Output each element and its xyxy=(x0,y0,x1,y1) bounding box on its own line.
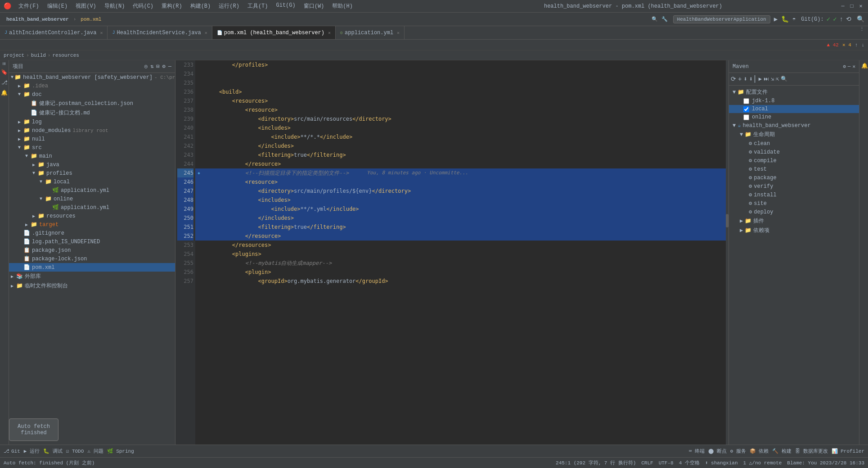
bookmarks-icon[interactable]: 🔖 xyxy=(1,69,8,76)
branch-name[interactable]: ⬆ shangxian xyxy=(705,460,738,466)
project-name-label[interactable]: health_band_webserver xyxy=(4,16,72,23)
tab-pom-xml[interactable]: 📄 pom.xml (health_band_webserver) ✕ xyxy=(212,26,336,39)
warning-count[interactable]: ✕ 4 xyxy=(842,42,851,48)
tree-src[interactable]: ▼ 📁 src xyxy=(9,143,175,152)
run-tool-btn[interactable]: ▶ 运行 xyxy=(24,448,40,454)
maven-expand-btn[interactable]: ⇲ xyxy=(771,76,774,82)
menu-run[interactable]: 运行(R) xyxy=(215,1,243,11)
maven-search-btn[interactable]: 🔍 xyxy=(781,76,787,82)
maven-minimize-btn[interactable]: ─ xyxy=(848,64,851,69)
menu-nav[interactable]: 导航(N) xyxy=(101,1,129,11)
build-btn[interactable]: 🔨 检建 xyxy=(772,448,792,454)
tree-logpath[interactable]: ▶ 📄 log.path_IS_UNDEFINED xyxy=(9,237,175,246)
notifications-right-icon[interactable]: 🔔 xyxy=(861,62,867,69)
maven-run-btn[interactable]: ▶ xyxy=(759,76,762,82)
tab-close-1[interactable]: ✕ xyxy=(205,30,207,36)
maven-local[interactable]: local xyxy=(729,105,859,113)
tree-online-folder[interactable]: ▼ 📁 online xyxy=(9,195,175,203)
tree-main[interactable]: ▼ 📁 main xyxy=(9,152,175,160)
maven-project[interactable]: ▼ ☕ health_band_webserver xyxy=(729,121,859,130)
sidebar-settings-button[interactable]: ⚙ xyxy=(162,63,166,70)
tree-local-folder[interactable]: ▼ 📁 local xyxy=(9,177,175,186)
maven-deploy[interactable]: ⚙ deploy xyxy=(729,208,859,216)
file-name-label[interactable]: pom.xml xyxy=(78,16,104,23)
maven-compile[interactable]: ⚙ compile xyxy=(729,156,859,165)
tree-package-json[interactable]: ▶ 📋 package.json xyxy=(9,246,175,254)
tree-node-modules[interactable]: ▶ 📁 node_modules library root xyxy=(9,126,175,135)
run-config-selector[interactable]: HealthBandWebserverApplication xyxy=(673,15,770,23)
sidebar-expand-button[interactable]: ⇅ xyxy=(150,63,153,70)
maven-download-sources-btn[interactable]: ⬇⎪ xyxy=(749,75,757,83)
menu-file[interactable]: 文件(F) xyxy=(15,1,43,11)
debug-tool-btn[interactable]: 🐛 调试 xyxy=(43,448,63,454)
tree-target[interactable]: ▶ 📁 target xyxy=(9,220,175,229)
vertical-scrollbar[interactable] xyxy=(726,60,729,445)
debug-button[interactable]: 🐛 xyxy=(781,15,789,23)
maven-collapse-btn[interactable]: ⇱ xyxy=(776,76,779,82)
maven-site[interactable]: ⚙ site xyxy=(729,199,859,208)
breadcrumb-build[interactable]: build xyxy=(31,53,46,58)
tree-resources[interactable]: ▶ 📁 resources xyxy=(9,212,175,220)
tree-api-doc-md[interactable]: ▶ 📄 健康记-接口文档.md xyxy=(9,108,175,118)
tree-package-lock-json[interactable]: ▶ 📋 package-lock.json xyxy=(9,254,175,263)
git-label[interactable]: Git(G): xyxy=(801,16,823,23)
search-icon[interactable]: 🔍 xyxy=(857,15,864,23)
code-editor[interactable]: 233 234 235 236 237 238 239 240 241 242 … xyxy=(175,60,729,445)
tree-profiles[interactable]: ▼ 📁 profiles xyxy=(9,169,175,177)
menu-window[interactable]: 窗口(W) xyxy=(300,1,328,11)
maven-download-btn[interactable]: ⬇ xyxy=(743,75,747,83)
tree-null[interactable]: ▶ 📁 null xyxy=(9,135,175,143)
menu-help[interactable]: 帮助(H) xyxy=(328,1,356,11)
tree-online-app-yml[interactable]: ▶ 🌿 application.yml xyxy=(9,203,175,212)
maven-settings-btn[interactable]: ⚙ xyxy=(843,64,846,69)
services-btn[interactable]: ⚙ 服务 xyxy=(730,448,746,454)
tree-gitignore[interactable]: ▶ 📄 .gitignore xyxy=(9,229,175,237)
maven-lifecycle[interactable]: ▼ 📁 生命周期 xyxy=(729,130,859,139)
terminal-btn[interactable]: ⌨ 终端 xyxy=(689,448,705,454)
breakpoints-btn[interactable]: ⬤ 断点 xyxy=(708,448,727,454)
tree-ext-libs[interactable]: ▶ 📚 外部库 xyxy=(9,272,175,281)
menu-tools[interactable]: 工具(T) xyxy=(244,1,272,11)
line-ending[interactable]: CRLF xyxy=(641,460,653,466)
maven-close-btn[interactable]: ✕ xyxy=(852,64,855,69)
tree-idea[interactable]: ▶ 📁 .idea xyxy=(9,82,175,90)
maximize-button[interactable]: □ xyxy=(848,3,855,10)
maven-local-checkbox[interactable] xyxy=(743,106,749,112)
maven-skip-btn[interactable]: ⏭ xyxy=(764,76,769,82)
sidebar-collapse-button[interactable]: ⊟ xyxy=(156,63,159,70)
structure-icon[interactable]: ≡ xyxy=(1,62,8,65)
maven-online-checkbox[interactable] xyxy=(743,114,749,120)
maven-plugins-folder[interactable]: ▶ 📁 插件 xyxy=(729,216,859,226)
menu-code[interactable]: 代码(C) xyxy=(129,1,157,11)
maven-online[interactable]: online xyxy=(729,113,859,121)
error-count[interactable]: ▲ 42 xyxy=(827,42,839,48)
maven-jdk[interactable]: jdk-1.8 xyxy=(729,97,859,105)
maven-add-btn[interactable]: + xyxy=(738,76,742,83)
tab-close-2[interactable]: ✕ xyxy=(328,30,331,36)
tree-root[interactable]: ▼ 📁 health_band_webserver [safety_webser… xyxy=(9,73,175,82)
todo-tool-btn[interactable]: ☑ TODO xyxy=(66,448,84,454)
maven-config-files[interactable]: ▼ 📁 配置文件 xyxy=(729,87,859,97)
git-tool-btn[interactable]: ⎇ Git xyxy=(4,448,20,454)
recent-files-button[interactable]: ⋮ xyxy=(856,26,868,39)
encoding[interactable]: UTF-8 xyxy=(659,460,674,466)
tree-local-app-yml[interactable]: ▶ 🌿 application.yml xyxy=(9,186,175,195)
coverage-button[interactable]: ☂ xyxy=(792,16,796,23)
sidebar-close-button[interactable]: ─ xyxy=(168,64,171,70)
sidebar-locate-button[interactable]: ◎ xyxy=(144,63,148,70)
menu-git[interactable]: Git(G) xyxy=(272,1,299,11)
problems-tool-btn[interactable]: ⚠ 问题 xyxy=(87,448,103,454)
prev-issue-button[interactable]: ↑ xyxy=(855,42,858,48)
dependencies-btn[interactable]: 📦 依赖 xyxy=(750,448,769,454)
breadcrumb-resources[interactable]: resources xyxy=(52,53,79,58)
tree-java[interactable]: ▶ 📁 java xyxy=(9,160,175,169)
maven-validate[interactable]: ⚙ validate xyxy=(729,148,859,156)
tab-close-3[interactable]: ✕ xyxy=(397,30,400,36)
git-side-icon[interactable]: ⎇ xyxy=(1,79,8,86)
maven-dependencies-folder[interactable]: ▶ 📁 依赖项 xyxy=(729,226,859,235)
maven-package[interactable]: ⚙ package xyxy=(729,173,859,182)
tab-alth-controller[interactable]: J althIncidentController.java ✕ xyxy=(0,26,108,39)
cursor-position[interactable]: 245:1 (292 字符, 7 行 换行符) xyxy=(556,459,636,466)
next-issue-button[interactable]: ↓ xyxy=(861,42,864,48)
maven-jdk-checkbox[interactable] xyxy=(743,98,749,104)
